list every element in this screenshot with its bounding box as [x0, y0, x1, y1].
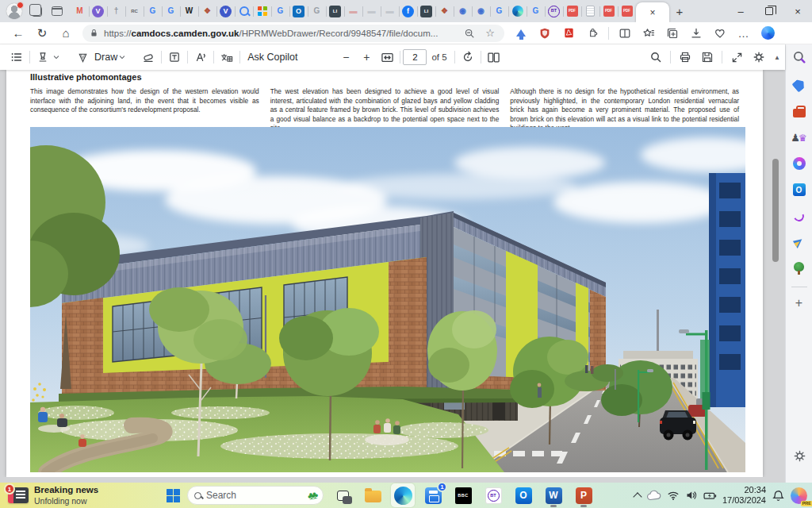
window-minimize-button[interactable]: –: [726, 0, 755, 22]
home-button[interactable]: ⌂: [54, 24, 78, 43]
tab-bt[interactable]: BT: [545, 0, 563, 22]
tab-rings[interactable]: ◉: [472, 0, 490, 22]
url-field[interactable]: https://camdocs.camden.gov.uk/HPRMWebDra…: [82, 25, 504, 42]
save-icon[interactable]: [697, 47, 718, 67]
window-restore-button[interactable]: [755, 0, 783, 22]
rotate-icon[interactable]: [458, 47, 478, 67]
tab-ornate[interactable]: ❖: [198, 0, 216, 22]
tab-facebook[interactable]: f: [399, 0, 417, 22]
print-icon[interactable]: [675, 47, 695, 67]
tab-pdf[interactable]: PDF: [599, 0, 618, 22]
tab-actions-icon[interactable]: [32, 6, 42, 17]
draw-chevron-icon[interactable]: [117, 52, 127, 62]
favorite-star-icon[interactable]: ☆: [482, 25, 498, 41]
tab-wikipedia[interactable]: W: [180, 0, 198, 22]
notification-bell-icon[interactable]: [772, 489, 785, 502]
outlook-app-button[interactable]: O: [511, 483, 535, 507]
powerpoint-app-button[interactable]: P: [572, 483, 596, 507]
split-screen-icon[interactable]: [615, 24, 635, 43]
window-close-button[interactable]: ×: [783, 0, 812, 22]
draw-pen-icon[interactable]: [72, 47, 93, 67]
highlighter-chevron-icon[interactable]: [52, 52, 61, 62]
toc-icon[interactable]: [6, 47, 27, 67]
collections-icon[interactable]: [662, 24, 683, 43]
start-button[interactable]: [167, 489, 180, 502]
clock[interactable]: 20:34 17/03/2024: [722, 485, 766, 505]
extension-uparrow-icon[interactable]: [511, 24, 531, 43]
tab-sleeping[interactable]: ▬: [344, 0, 362, 22]
copilot-tray-icon[interactable]: PRE: [791, 487, 807, 504]
page-number-input[interactable]: [403, 49, 427, 65]
new-tab-button[interactable]: +: [669, 5, 690, 18]
sidebar-add-button[interactable]: +: [795, 296, 802, 310]
tab-rings[interactable]: ◉: [454, 0, 472, 22]
tab-outlook[interactable]: O: [289, 0, 308, 22]
tab-google-gray[interactable]: G: [308, 0, 326, 22]
ask-copilot-button[interactable]: Ask Copilot: [247, 52, 297, 63]
tab-linkedin-dark[interactable]: LI: [326, 0, 344, 22]
volume-icon[interactable]: [685, 489, 698, 502]
store-app-button[interactable]: 1: [421, 483, 445, 507]
translate-icon[interactable]: [216, 47, 237, 67]
tab-google[interactable]: G: [162, 0, 180, 22]
tab-edge[interactable]: [508, 0, 527, 22]
wifi-icon[interactable]: [667, 489, 680, 502]
tab-google[interactable]: G: [490, 0, 508, 22]
bbc-app-button[interactable]: BBC: [451, 483, 475, 507]
tab-microsoft[interactable]: [253, 0, 271, 22]
tab-v-purple[interactable]: V: [89, 0, 107, 22]
widgets-button[interactable]: 1 Breaking news Unfolding now: [0, 483, 106, 508]
task-view-button[interactable]: [331, 483, 354, 507]
pdf-settings-gear-icon[interactable]: [749, 47, 769, 67]
tab-doc[interactable]: [581, 0, 599, 22]
add-text-icon[interactable]: [164, 47, 185, 67]
tab-pdf[interactable]: PDF: [563, 0, 581, 22]
battery-icon[interactable]: [703, 489, 717, 502]
tab-ornate[interactable]: ❖: [435, 0, 454, 22]
file-explorer-button[interactable]: [361, 483, 385, 507]
tab-rc[interactable]: RC: [125, 0, 144, 22]
draw-label[interactable]: Draw: [94, 52, 117, 63]
profile-avatar[interactable]: [6, 3, 22, 19]
tab-google[interactable]: G: [271, 0, 289, 22]
tab-anchor[interactable]: †: [107, 0, 125, 22]
tab-pdf[interactable]: PDF: [618, 0, 636, 22]
refresh-button[interactable]: ↻: [30, 24, 54, 43]
bt-app-button[interactable]: BT: [481, 483, 505, 507]
copilot-icon[interactable]: [757, 24, 778, 43]
highlighter-icon[interactable]: [33, 47, 53, 67]
search-document-icon[interactable]: [645, 47, 666, 67]
tab-gmail[interactable]: M: [71, 0, 89, 22]
taskbar-search[interactable]: Search ♣♣: [187, 486, 324, 505]
favorites-icon[interactable]: [638, 24, 659, 43]
sidebar-settings-gear-icon[interactable]: [790, 446, 809, 465]
eraser-icon[interactable]: [138, 47, 159, 67]
tab-sleeping[interactable]: ▬: [362, 0, 381, 22]
extension-shield-icon[interactable]: [534, 24, 555, 43]
edge-app-button[interactable]: [391, 483, 415, 507]
tab-google[interactable]: G: [144, 0, 162, 22]
tab-linkedin-dark[interactable]: LI: [417, 0, 435, 22]
tab-v-blue[interactable]: V: [216, 0, 235, 22]
tab-search[interactable]: [235, 0, 253, 22]
zoom-out-icon[interactable]: [462, 25, 477, 41]
downloads-icon[interactable]: [686, 24, 707, 43]
extensions-puzzle-icon[interactable]: [582, 24, 603, 43]
active-tab[interactable]: ×: [636, 2, 669, 22]
extension-pdf-icon[interactable]: [558, 24, 579, 43]
fullscreen-icon[interactable]: [726, 47, 747, 67]
collapse-toolbar-icon[interactable]: ▲: [774, 54, 780, 61]
browser-essentials-icon[interactable]: [710, 24, 730, 43]
word-app-button[interactable]: W: [542, 483, 565, 507]
vertical-tabs-icon[interactable]: [52, 6, 63, 16]
fit-to-width-icon[interactable]: [377, 47, 397, 67]
two-page-view-icon[interactable]: [484, 47, 504, 67]
weather-cloud-icon[interactable]: [646, 488, 661, 503]
back-button[interactable]: ←: [6, 24, 30, 43]
settings-menu-icon[interactable]: …: [733, 24, 754, 43]
tab-google[interactable]: G: [527, 0, 545, 22]
tray-chevron-icon[interactable]: [634, 491, 641, 500]
read-aloud-icon[interactable]: [190, 47, 211, 67]
close-tab-icon[interactable]: ×: [649, 7, 655, 18]
viewer-scrollbar[interactable]: [772, 159, 779, 262]
